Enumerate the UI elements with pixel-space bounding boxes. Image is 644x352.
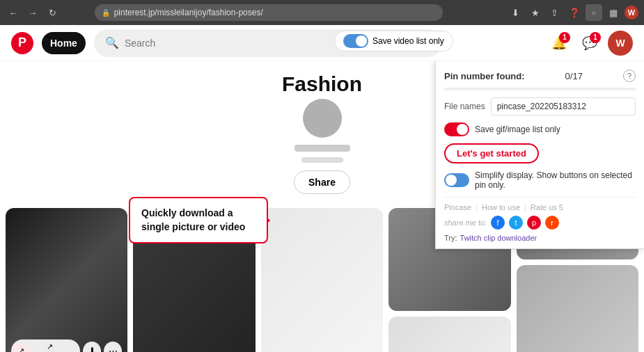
home-button[interactable]: Home <box>42 32 86 54</box>
browser-right-icons: ⬇ ★ ⇧ ❓ ▫ ▦ W <box>508 4 638 21</box>
profile-avatar-browser[interactable]: W <box>625 6 638 19</box>
grid-image-1: ⬇ ↗ ↗ models.com ⬇ ⋯ <box>6 208 127 352</box>
share-browser-button[interactable]: ⇧ <box>547 4 563 21</box>
grid-col-1: ⬇ ↗ ↗ models.com ⬇ ⋯ <box>6 208 127 352</box>
address-bar: 🔒 pinterest.jp/missleilanijoy/fashion-po… <box>95 4 443 21</box>
grid-image-5 <box>388 317 510 352</box>
progress-track <box>444 88 636 90</box>
rate-link[interactable]: Rate us 5 <box>531 203 563 211</box>
how-to-link[interactable]: How to use <box>482 203 520 211</box>
sep2: | <box>524 203 526 211</box>
pinterest-logo: P <box>11 32 33 54</box>
facebook-icon[interactable]: f <box>491 216 505 230</box>
sep1: | <box>476 203 478 211</box>
nav-right: 🔔 1 💬 1 W <box>547 31 633 56</box>
share-button[interactable]: Share <box>294 170 350 194</box>
message-button[interactable]: 💬 1 <box>577 31 602 56</box>
try-row: Try: Twitch clip downloader <box>444 234 636 242</box>
simplify-row: Simplify display. Show buttons on select… <box>444 170 636 190</box>
try-label: Try: <box>444 234 457 242</box>
file-names-input[interactable] <box>491 97 636 115</box>
file-names-row: File names <box>444 97 636 115</box>
share-row: share me to: f t p r <box>444 216 636 230</box>
panel-header: Pin number found: 0/17 ? <box>444 70 636 82</box>
user-avatar[interactable]: W <box>608 31 633 56</box>
search-icon: 🔍 <box>105 36 119 49</box>
notification-badge: 1 <box>559 32 570 43</box>
grid-col-3 <box>261 208 383 352</box>
back-button[interactable]: ← <box>6 5 21 20</box>
twitter-icon[interactable]: t <box>509 216 523 230</box>
help-button[interactable]: ❓ <box>566 4 583 21</box>
extensions-button[interactable]: ▫ <box>586 4 602 21</box>
panel-title: Pin number found: <box>444 71 525 81</box>
twitch-link[interactable]: Twitch clip downloader <box>460 234 537 242</box>
grid-image-3 <box>261 208 383 352</box>
save-toggle[interactable] <box>444 122 469 136</box>
profile-avatar <box>303 99 342 138</box>
bookmark-button[interactable]: ★ <box>527 4 544 21</box>
simplify-label: Simplify display. Show buttons on select… <box>475 170 636 190</box>
share-me-label: share me to: <box>444 218 487 227</box>
pincase-link[interactable]: Pincase <box>444 203 471 211</box>
simplify-toggle[interactable] <box>444 173 469 187</box>
panel-footer: Pincase | How to use | Rate us 5 share m… <box>444 197 636 242</box>
file-names-label: File names <box>444 102 485 111</box>
pinterest-nav: P Home 🔍 🔔 1 💬 1 W Save video list only <box>0 25 644 61</box>
forward-button[interactable]: → <box>25 5 40 20</box>
source-button-1[interactable]: ↗ ↗ models.com <box>11 339 80 352</box>
refresh-button[interactable]: ↻ <box>45 5 60 20</box>
pin-count: 0/17 <box>565 71 583 81</box>
help-icon[interactable]: ? <box>623 70 636 82</box>
extension-panel: Pin number found: 0/17 ? File names Save… <box>435 61 644 249</box>
external-link-icon: ↗ <box>18 346 24 352</box>
download-action-1[interactable]: ⬇ <box>83 342 101 353</box>
browser-chrome: ← → ↻ 🔒 pinterest.jp/missleilanijoy/fash… <box>0 0 644 25</box>
message-badge: 1 <box>590 32 601 43</box>
more-action-1[interactable]: ⋯ <box>104 342 122 353</box>
save-toggle-label: Save gif/image list only <box>475 125 560 134</box>
video-list-label: Save video list only <box>372 36 444 46</box>
image-overlay-1: ↗ ↗ models.com ⬇ ⋯ <box>11 339 122 352</box>
lets-go-button[interactable]: Let's get started <box>444 143 539 163</box>
video-list-switch[interactable] <box>343 34 368 48</box>
notification-button[interactable]: 🔔 1 <box>547 31 572 56</box>
video-list-toggle[interactable]: Save video list only <box>334 31 453 51</box>
main-content: Fashion Share ⬇ ↗ ↗ models.com ⬇ ⋯ <box>0 61 644 352</box>
footer-links: Pincase | How to use | Rate us 5 <box>444 203 636 211</box>
tooltip-callout: Quickly download a single picture or vid… <box>129 197 268 243</box>
save-toggle-row: Save gif/image list only <box>444 122 636 136</box>
reddit-icon[interactable]: r <box>545 216 559 230</box>
download-button[interactable]: ⬇ <box>508 4 524 21</box>
grid-image-7 <box>517 265 638 352</box>
url-text: pinterest.jp/missleilanijoy/fashion-pose… <box>114 8 263 17</box>
lock-icon: 🔒 <box>102 9 110 17</box>
sidebar-button[interactable]: ▦ <box>605 4 622 21</box>
pinterest-social-icon[interactable]: p <box>527 216 541 230</box>
tooltip-text: Quickly download a single picture or vid… <box>141 207 245 232</box>
